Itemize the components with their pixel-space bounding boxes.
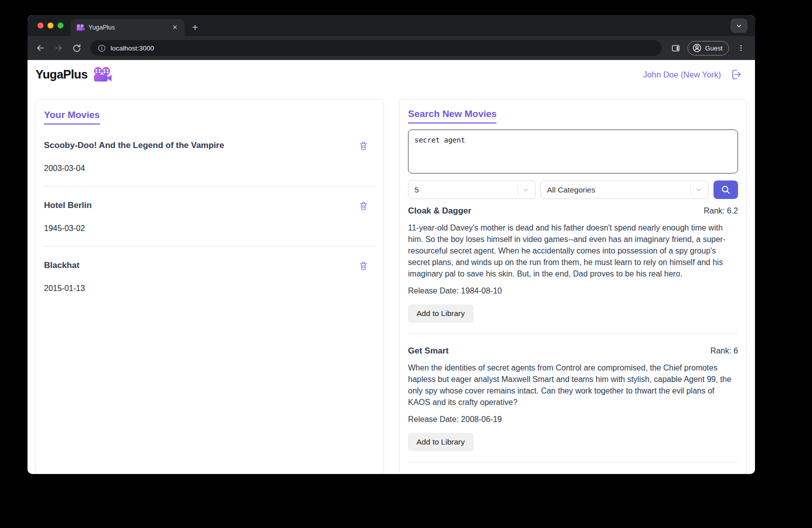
main-content: Your Movies Scooby-Doo! And the Legend o… <box>28 89 755 474</box>
side-panel-button[interactable] <box>668 40 684 56</box>
app-brand-name: YugaPlus <box>36 68 88 82</box>
result-description: When the identities of secret agents fro… <box>408 362 738 408</box>
your-movies-heading: Your Movies <box>44 110 100 124</box>
arrow-left-icon <box>36 43 46 53</box>
delete-movie-button[interactable] <box>358 260 368 271</box>
movie-title: Hotel Berlin <box>44 200 92 210</box>
select-divider <box>518 184 518 195</box>
side-panel-icon <box>671 44 680 53</box>
browser-tab-strip: YugaPlus ✕ + <box>28 15 755 36</box>
search-button[interactable] <box>714 180 738 199</box>
category-select[interactable]: All Categories <box>540 180 708 199</box>
app-brand: YugaPlus <box>36 67 112 82</box>
url-text: localhost:3000 <box>110 44 154 52</box>
library-movie-item: Scooby-Doo! And the Legend of the Vampir… <box>44 126 376 186</box>
delete-movie-button[interactable] <box>358 140 368 151</box>
reload-button[interactable] <box>68 40 84 56</box>
result-rank: Rank: 6 <box>710 346 738 356</box>
site-info-icon[interactable] <box>98 44 106 52</box>
kebab-menu-icon <box>737 44 745 52</box>
browser-window: YugaPlus ✕ + <box>28 15 755 474</box>
user-name-link[interactable]: John Doe (New York) <box>643 70 721 80</box>
user-area: John Doe (New York) <box>643 68 742 80</box>
app-page: YugaPlus <box>28 60 755 474</box>
movie-release-date: 2015-01-13 <box>44 284 376 293</box>
movie-title: Scooby-Doo! And the Legend of the Vampir… <box>44 140 224 150</box>
trash-icon <box>358 140 368 151</box>
chevron-down-icon <box>522 186 529 193</box>
movie-release-date: 1945-03-02 <box>44 224 376 233</box>
zoom-window-button[interactable] <box>58 22 64 28</box>
tab-search-chevron-button[interactable] <box>730 18 748 33</box>
library-movie-item: Hotel Berlin 1945-03-02 <box>44 186 376 246</box>
trash-icon <box>358 260 368 271</box>
result-title: Get Smart <box>408 346 448 356</box>
search-result-item: Get Smart Rank: 6 When the identities of… <box>408 334 738 462</box>
add-to-library-button[interactable]: Add to Library <box>408 304 474 322</box>
trash-icon <box>358 200 368 211</box>
new-tab-button[interactable]: + <box>188 20 202 35</box>
tab-favicon-movie-camera-icon <box>76 24 84 31</box>
result-limit-select[interactable]: 5 <box>408 180 536 199</box>
search-controls: 5 All Categories <box>408 180 738 199</box>
search-query-input[interactable]: secret agent <box>408 130 738 174</box>
browser-menu-button[interactable] <box>733 40 749 56</box>
tab-title: YugaPlus <box>88 24 166 31</box>
movie-title: Blackhat <box>44 260 80 270</box>
address-bar[interactable]: localhost:3000 <box>90 40 662 56</box>
browser-toolbar: localhost:3000 Guest <box>28 36 755 60</box>
app-header: YugaPlus <box>28 60 755 89</box>
logout-icon[interactable] <box>730 68 742 80</box>
result-limit-value: 5 <box>408 186 518 194</box>
back-button[interactable] <box>32 40 48 56</box>
window-controls <box>28 15 70 36</box>
result-title: Cloak & Dagger <box>408 206 472 216</box>
add-to-library-button[interactable]: Add to Library <box>408 433 474 451</box>
forward-button[interactable] <box>50 40 66 56</box>
result-description: 11-year-old Davey's mother is dead and h… <box>408 222 738 280</box>
arrow-right-icon <box>54 43 64 53</box>
result-release-date: Release Date: 1984-08-10 <box>408 286 738 296</box>
minimize-window-button[interactable] <box>48 22 54 28</box>
category-value: All Categories <box>541 186 690 194</box>
profile-label: Guest <box>705 44 722 52</box>
guest-avatar-icon <box>692 43 702 53</box>
desktop-background: YugaPlus ✕ + <box>0 0 812 528</box>
close-window-button[interactable] <box>38 22 44 28</box>
movie-camera-icon <box>94 67 112 82</box>
reload-icon <box>72 44 82 53</box>
search-icon <box>720 184 731 195</box>
your-movies-panel: Your Movies Scooby-Doo! And the Legend o… <box>36 99 384 474</box>
result-release-date: Release Date: 2008-06-19 <box>408 415 738 424</box>
chevron-down-icon <box>736 22 742 30</box>
browser-tab[interactable]: YugaPlus ✕ <box>70 19 184 36</box>
movie-release-date: 2003-03-04 <box>44 164 376 173</box>
tab-close-icon[interactable]: ✕ <box>170 23 180 32</box>
search-movies-heading: Search New Movies <box>408 108 496 124</box>
profile-chip[interactable]: Guest <box>688 41 729 56</box>
result-rank: Rank: 6.2 <box>704 206 738 216</box>
search-movies-panel: Search New Movies secret agent 5 <box>399 99 747 474</box>
search-results: Cloak & Dagger Rank: 6.2 11-year-old Dav… <box>408 199 738 462</box>
delete-movie-button[interactable] <box>358 200 368 211</box>
search-result-item: Cloak & Dagger Rank: 6.2 11-year-old Dav… <box>408 199 738 334</box>
select-divider <box>690 184 691 195</box>
chevron-down-icon <box>696 186 702 193</box>
library-movie-item: Blackhat 2015-01-13 <box>44 246 376 306</box>
